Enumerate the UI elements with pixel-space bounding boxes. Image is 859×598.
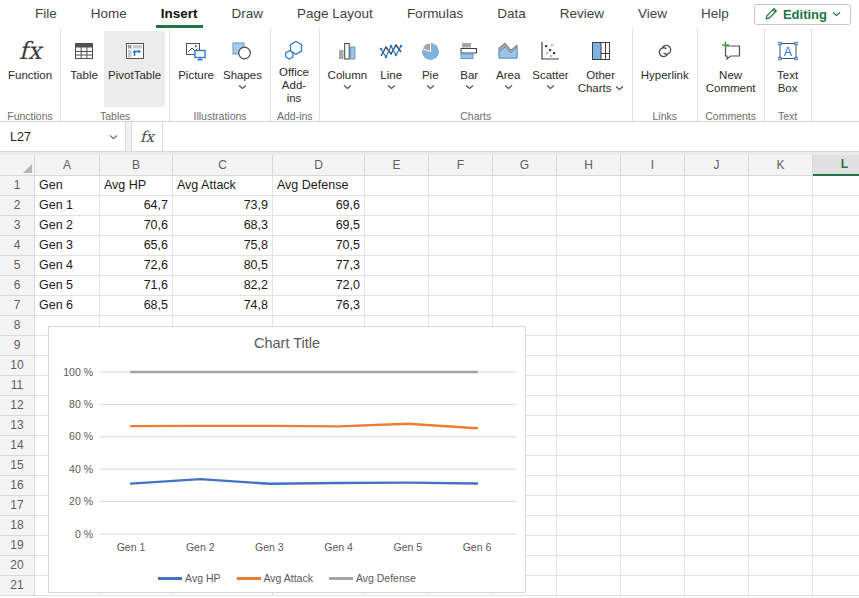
cell-H4[interactable] [557, 236, 621, 256]
chevron-down-icon[interactable] [387, 84, 396, 93]
cell-I11[interactable] [621, 376, 685, 396]
cell-I17[interactable] [621, 496, 685, 516]
cell-L14[interactable] [813, 436, 859, 456]
legend-item-avg-attack[interactable]: Avg Attack [237, 572, 313, 584]
cell-I8[interactable] [621, 316, 685, 336]
cell-D5[interactable]: 77,3 [273, 256, 365, 276]
cell-I21[interactable] [621, 576, 685, 596]
cell-C4[interactable]: 75,8 [173, 236, 273, 256]
cell-J7[interactable] [685, 296, 749, 316]
cell-J20[interactable] [685, 556, 749, 576]
cell-B2[interactable]: 64,7 [100, 196, 173, 216]
cell-L17[interactable] [813, 496, 859, 516]
cell-J8[interactable] [685, 316, 749, 336]
tab-home[interactable]: Home [74, 0, 144, 28]
column-header-E[interactable]: E [365, 155, 429, 176]
cell-K14[interactable] [749, 436, 813, 456]
row-header-13[interactable]: 13 [0, 416, 35, 436]
cell-A3[interactable]: Gen 2 [35, 216, 100, 236]
cell-K17[interactable] [749, 496, 813, 516]
cell-L19[interactable] [813, 536, 859, 556]
cell-I2[interactable] [621, 196, 685, 216]
cell-J15[interactable] [685, 456, 749, 476]
chevron-down-icon[interactable] [238, 84, 247, 93]
cell-B4[interactable]: 65,6 [100, 236, 173, 256]
cell-F6[interactable] [429, 276, 493, 296]
cell-I12[interactable] [621, 396, 685, 416]
ribbon-button-scatter[interactable]: Scatter [528, 31, 572, 107]
cell-A6[interactable]: Gen 5 [35, 276, 100, 296]
column-header-J[interactable]: J [685, 155, 749, 176]
column-header-L[interactable]: L [813, 155, 859, 176]
row-header-7[interactable]: 7 [0, 296, 35, 316]
chevron-down-icon[interactable] [504, 84, 513, 93]
chevron-down-icon[interactable] [343, 84, 352, 93]
cell-H5[interactable] [557, 256, 621, 276]
cell-I4[interactable] [621, 236, 685, 256]
column-header-G[interactable]: G [493, 155, 557, 176]
cell-H6[interactable] [557, 276, 621, 296]
column-header-F[interactable]: F [429, 155, 493, 176]
cell-J9[interactable] [685, 336, 749, 356]
cell-E3[interactable] [365, 216, 429, 236]
tab-help[interactable]: Help [684, 0, 746, 28]
ribbon-button-text-box[interactable]: AText Box [769, 31, 807, 107]
ribbon-button-pivottable[interactable]: PivotTable [104, 31, 165, 107]
cell-B1[interactable]: Avg HP [100, 176, 173, 196]
ribbon-button-hyperlink[interactable]: Hyperlink [637, 31, 693, 107]
cell-C3[interactable]: 68,3 [173, 216, 273, 236]
chevron-down-icon[interactable] [426, 84, 435, 93]
ribbon-button-shapes[interactable]: Shapes [219, 31, 266, 107]
ribbon-button-new-comment[interactable]: New Comment [702, 31, 760, 107]
row-header-15[interactable]: 15 [0, 456, 35, 476]
cell-K8[interactable] [749, 316, 813, 336]
cell-J18[interactable] [685, 516, 749, 536]
ribbon-button-other-charts[interactable]: OtherCharts [574, 31, 628, 107]
cell-E5[interactable] [365, 256, 429, 276]
cell-E6[interactable] [365, 276, 429, 296]
cell-L2[interactable] [813, 196, 859, 216]
column-header-I[interactable]: I [621, 155, 685, 176]
cell-L12[interactable] [813, 396, 859, 416]
cell-H13[interactable] [557, 416, 621, 436]
legend-item-avg-hp[interactable]: Avg HP [158, 572, 220, 584]
ribbon-button-column[interactable]: Column [324, 31, 372, 107]
ribbon-button-line[interactable]: Line [372, 31, 410, 107]
cell-G5[interactable] [493, 256, 557, 276]
ribbon-button-office-add-ins[interactable]: Office Add-ins [275, 31, 313, 107]
cell-C6[interactable]: 82,2 [173, 276, 273, 296]
cell-H21[interactable] [557, 576, 621, 596]
ribbon-button-area[interactable]: Area [489, 31, 527, 107]
cell-E4[interactable] [365, 236, 429, 256]
cell-K5[interactable] [749, 256, 813, 276]
ribbon-button-picture[interactable]: Picture [174, 31, 218, 107]
cell-C2[interactable]: 73,9 [173, 196, 273, 216]
cell-C7[interactable]: 74,8 [173, 296, 273, 316]
tab-view[interactable]: View [621, 0, 684, 28]
row-header-3[interactable]: 3 [0, 216, 35, 236]
cell-C1[interactable]: Avg Attack [173, 176, 273, 196]
name-box[interactable]: L27 [0, 122, 125, 151]
cell-K3[interactable] [749, 216, 813, 236]
cell-H14[interactable] [557, 436, 621, 456]
cell-L15[interactable] [813, 456, 859, 476]
cell-H3[interactable] [557, 216, 621, 236]
cell-K4[interactable] [749, 236, 813, 256]
cell-B6[interactable]: 71,6 [100, 276, 173, 296]
cell-F2[interactable] [429, 196, 493, 216]
cell-K9[interactable] [749, 336, 813, 356]
cell-J4[interactable] [685, 236, 749, 256]
cell-J12[interactable] [685, 396, 749, 416]
column-header-B[interactable]: B [100, 155, 173, 176]
tab-review[interactable]: Review [543, 0, 621, 28]
cell-B7[interactable]: 68,5 [100, 296, 173, 316]
cell-K16[interactable] [749, 476, 813, 496]
row-header-19[interactable]: 19 [0, 536, 35, 556]
tab-formulas[interactable]: Formulas [390, 0, 480, 28]
cell-K2[interactable] [749, 196, 813, 216]
cell-F7[interactable] [429, 296, 493, 316]
cell-H20[interactable] [557, 556, 621, 576]
row-header-14[interactable]: 14 [0, 436, 35, 456]
cell-J14[interactable] [685, 436, 749, 456]
row-header-8[interactable]: 8 [0, 316, 35, 336]
